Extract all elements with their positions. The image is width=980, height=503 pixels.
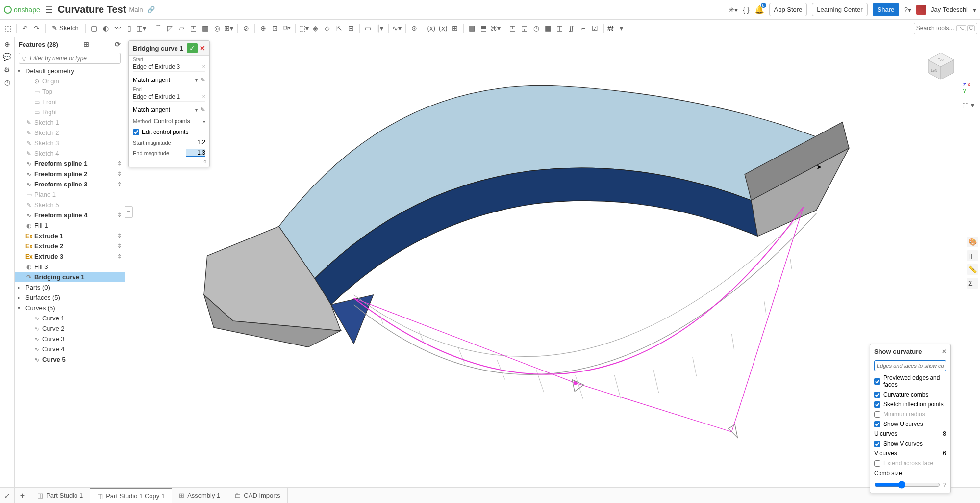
tree-curve5[interactable]: ∿Curve 5 bbox=[15, 354, 125, 365]
redo-icon[interactable]: ↷ bbox=[32, 24, 42, 33]
combs-checkbox[interactable]: Curvature combs bbox=[870, 390, 950, 399]
refresh-icon[interactable]: ⟳ bbox=[112, 40, 121, 48]
var-icon[interactable]: (x) bbox=[427, 24, 436, 33]
loft-icon[interactable]: ▯ bbox=[125, 24, 134, 33]
end-selection[interactable]: Edge of Extrude 1× bbox=[133, 92, 205, 102]
tab-assembly-1[interactable]: ⊞Assembly 1 bbox=[172, 488, 227, 503]
insert-feature-icon[interactable]: ⊕ bbox=[4, 40, 10, 48]
end-magnitude-input[interactable] bbox=[186, 149, 205, 157]
document-title[interactable]: Curvature Test bbox=[58, 4, 126, 15]
view-tools[interactable]: ⬚ ▾ bbox=[962, 101, 974, 109]
helix-icon[interactable]: ⊛ bbox=[409, 24, 419, 33]
modify-icon[interactable]: ◈ bbox=[311, 24, 321, 33]
sm6-icon[interactable]: ∬ bbox=[567, 24, 577, 33]
learning-center-button[interactable]: Learning Center bbox=[812, 3, 867, 16]
search-tools-input[interactable] bbox=[916, 25, 955, 32]
v-curves-value[interactable]: 6 bbox=[943, 450, 946, 457]
user-menu-caret-icon[interactable]: ▾ bbox=[973, 6, 976, 14]
tree-plane1[interactable]: ▭Plane 1 bbox=[15, 189, 125, 200]
sm1-icon[interactable]: ◳ bbox=[508, 24, 518, 33]
start-magnitude-input[interactable] bbox=[186, 139, 205, 146]
start-selection[interactable]: Edge of Extrude 3× bbox=[133, 62, 205, 72]
filter-input[interactable] bbox=[19, 53, 121, 64]
start-match-dropdown[interactable]: Match tangent▾✎ bbox=[129, 74, 209, 86]
tree-right[interactable]: ▭Right bbox=[15, 107, 125, 117]
configs-icon[interactable]: ⚙ bbox=[4, 66, 10, 74]
bug-icon[interactable]: ✳︎▾ bbox=[729, 6, 738, 14]
draft-icon[interactable]: ▱ bbox=[177, 24, 187, 33]
tree-sketch5[interactable]: ✎Sketch 5 bbox=[15, 200, 125, 210]
chamfer-icon[interactable]: ◸ bbox=[165, 24, 175, 33]
notifications-icon[interactable]: 🔔8 bbox=[754, 5, 764, 14]
clear-end-icon[interactable]: × bbox=[202, 93, 205, 100]
brand-logo[interactable]: onshape bbox=[4, 6, 40, 14]
show-v-checkbox[interactable]: Show V curves bbox=[870, 439, 950, 449]
tree-bridging-curve[interactable]: ↷Bridging curve 1 bbox=[15, 272, 125, 282]
curvature-help-icon[interactable]: ? bbox=[943, 482, 946, 488]
extrude-icon[interactable]: ▢ bbox=[89, 24, 99, 33]
braces-icon[interactable]: { } bbox=[743, 6, 749, 14]
split-icon[interactable]: ⧉▾ bbox=[282, 24, 292, 33]
tree-fill3[interactable]: ◐Fill 3 bbox=[15, 262, 125, 272]
folder-add-icon[interactable]: ⊞ bbox=[80, 40, 89, 48]
user-name[interactable]: Jay Tedeschi bbox=[931, 6, 968, 13]
end-match-dropdown[interactable]: Match tangent▾✎ bbox=[129, 104, 209, 116]
tree-sketch2[interactable]: ✎Sketch 2 bbox=[15, 128, 125, 138]
replace-icon[interactable]: ◇ bbox=[323, 24, 332, 33]
custom-features-icon[interactable]: #t bbox=[607, 25, 613, 32]
curvature-close-button[interactable]: × bbox=[942, 347, 946, 355]
sm5-icon[interactable]: ◫ bbox=[555, 24, 565, 33]
tree-sketch1[interactable]: ✎Sketch 1 bbox=[15, 117, 125, 128]
tab-part-studio-1-copy[interactable]: ◫Part Studio 1 Copy 1 bbox=[90, 488, 172, 503]
history-icon[interactable]: ◷ bbox=[4, 79, 10, 86]
view-cube[interactable]: Top Left bbox=[921, 47, 960, 86]
edit-control-points-checkbox[interactable]: Edit control points bbox=[129, 127, 209, 137]
tree-curves[interactable]: ▾Curves (5) bbox=[15, 303, 125, 313]
link-icon[interactable]: 🔗 bbox=[147, 6, 155, 13]
tree-fill1[interactable]: ◐Fill 1 bbox=[15, 220, 125, 231]
dialog-cancel-button[interactable]: ✕ bbox=[200, 44, 205, 52]
sm8-icon[interactable]: ☑ bbox=[590, 24, 600, 33]
axis-icon[interactable]: ⎮▾ bbox=[375, 24, 385, 33]
sm2-icon[interactable]: ◲ bbox=[520, 24, 529, 33]
tree-fs1[interactable]: ∿Freeform spline 1⇕ bbox=[15, 159, 125, 169]
viewport[interactable]: Top Left z xy ⬚ ▾ 🎨 ◫ 📏 Σ ➤ bbox=[125, 37, 980, 487]
rib-icon[interactable]: ▥ bbox=[201, 24, 210, 33]
sheet-icon[interactable]: ▤ bbox=[467, 24, 477, 33]
weld-icon[interactable]: ⌘▾ bbox=[491, 24, 501, 33]
section-icon[interactable]: ◫ bbox=[967, 250, 978, 261]
clear-start-icon[interactable]: × bbox=[202, 63, 205, 70]
fillet-icon[interactable]: ⌒ bbox=[153, 24, 163, 33]
custom-features-caret-icon[interactable]: ▾ bbox=[616, 24, 626, 33]
document-branch[interactable]: Main bbox=[129, 6, 143, 13]
transform-icon[interactable]: ⊕ bbox=[258, 24, 268, 33]
tab-part-studio-1[interactable]: ◫Part Studio 1 bbox=[30, 488, 90, 503]
panel-collapse-handle[interactable]: ≡ bbox=[125, 206, 133, 218]
tree-origin[interactable]: ⊙Origin bbox=[15, 76, 125, 86]
config-icon[interactable]: ⊞ bbox=[450, 24, 460, 33]
app-store-button[interactable]: App Store bbox=[769, 3, 807, 16]
minradius-checkbox[interactable]: Minimum radius bbox=[870, 409, 950, 419]
mass-icon[interactable]: Σ bbox=[967, 278, 978, 289]
var2-icon[interactable]: (x̄) bbox=[438, 24, 448, 33]
feature-tools-icon[interactable]: ⬚ bbox=[3, 24, 13, 33]
hole-icon[interactable]: ◎ bbox=[212, 24, 222, 33]
frame-icon[interactable]: ⬒ bbox=[479, 24, 489, 33]
sketch-button[interactable]: ✎Sketch bbox=[49, 23, 82, 33]
tab-cad-imports[interactable]: 🗀CAD Imports bbox=[227, 488, 287, 503]
curve-icon[interactable]: ∿▾ bbox=[392, 24, 402, 33]
sweep-icon[interactable]: 〰 bbox=[113, 24, 123, 33]
share-button[interactable]: Share bbox=[873, 3, 900, 16]
dialog-accept-button[interactable]: ✓ bbox=[187, 43, 198, 53]
thicken-icon[interactable]: ◫▾ bbox=[136, 24, 146, 33]
boolean-icon[interactable]: ⊘ bbox=[241, 24, 251, 33]
comments-icon[interactable]: 💬 bbox=[3, 53, 11, 61]
menu-icon[interactable]: ☰ bbox=[45, 4, 53, 15]
tree-sketch3[interactable]: ✎Sketch 3 bbox=[15, 138, 125, 148]
appearance-icon[interactable]: 🎨 bbox=[967, 237, 978, 247]
tree-curve3[interactable]: ∿Curve 3 bbox=[15, 334, 125, 344]
tree-top[interactable]: ▭Top bbox=[15, 86, 125, 97]
plane-icon[interactable]: ▭ bbox=[363, 24, 373, 33]
tab-menu-icon[interactable]: ⤢ bbox=[0, 488, 15, 503]
move-icon[interactable]: ⊡ bbox=[270, 24, 280, 33]
